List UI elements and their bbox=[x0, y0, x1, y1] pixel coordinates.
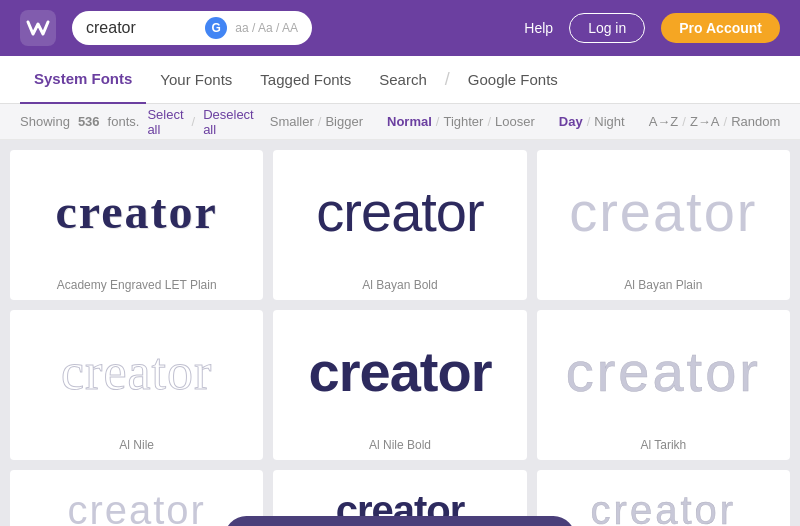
sort-group: A→Z / Z→A / Random bbox=[649, 114, 781, 129]
app-logo bbox=[20, 10, 56, 46]
sort-az[interactable]: A→Z bbox=[649, 114, 679, 129]
login-button[interactable]: Log in bbox=[569, 13, 645, 43]
font-preview-partial-3: creator bbox=[537, 470, 790, 526]
spacing-normal[interactable]: Normal bbox=[387, 114, 432, 129]
font-preview-al-bayan-bold: creator bbox=[273, 150, 526, 272]
mode-night[interactable]: Night bbox=[594, 114, 624, 129]
size-group: Smaller / Bigger bbox=[270, 114, 363, 129]
spacing-looser[interactable]: Looser bbox=[495, 114, 535, 129]
toast-notification: ○ Select the ones you like by clicking t… bbox=[224, 516, 575, 526]
pro-account-button[interactable]: Pro Account bbox=[661, 13, 780, 43]
nav-item-google-fonts[interactable]: Google Fonts bbox=[454, 56, 572, 104]
badge-sizes: aa / Aa / AA bbox=[235, 21, 298, 35]
font-name-al-bayan-bold: Al Bayan Bold bbox=[362, 272, 437, 300]
font-preview-al-bayan-plain: creator bbox=[537, 150, 790, 272]
mode-group: Day / Night bbox=[559, 114, 625, 129]
select-sep: / bbox=[192, 114, 196, 129]
nav-item-your-fonts[interactable]: Your Fonts bbox=[146, 56, 246, 104]
font-preview-al-nile: creator bbox=[10, 310, 263, 432]
main-nav: System Fonts Your Fonts Tagged Fonts Sea… bbox=[0, 56, 800, 104]
nav-item-search[interactable]: Search bbox=[365, 56, 441, 104]
svg-rect-0 bbox=[20, 10, 56, 46]
font-name-academy: Academy Engraved LET Plain bbox=[57, 272, 217, 300]
app-header: G aa / Aa / AA Help Log in Pro Account bbox=[0, 0, 800, 56]
showing-label: Showing bbox=[20, 114, 70, 129]
deselect-all-link[interactable]: Deselect all bbox=[203, 107, 254, 137]
size-smaller[interactable]: Smaller bbox=[270, 114, 314, 129]
font-name-al-nile-bold: Al Nile Bold bbox=[369, 432, 431, 460]
font-preview-al-nile-bold: creator bbox=[273, 310, 526, 432]
font-card-al-tarikh[interactable]: creator Al Tarikh bbox=[537, 310, 790, 460]
font-preview-partial-1: creator bbox=[10, 470, 263, 526]
size-bigger[interactable]: Bigger bbox=[325, 114, 363, 129]
font-card-partial-3[interactable]: creator bbox=[537, 470, 790, 526]
select-all-link[interactable]: Select all bbox=[147, 107, 183, 137]
font-card-al-nile[interactable]: creator Al Nile bbox=[10, 310, 263, 460]
sort-za[interactable]: Z→A bbox=[690, 114, 720, 129]
search-bar[interactable]: G aa / Aa / AA bbox=[72, 11, 312, 45]
font-card-academy[interactable]: creator Academy Engraved LET Plain bbox=[10, 150, 263, 300]
font-name-al-tarikh: Al Tarikh bbox=[640, 432, 686, 460]
font-card-partial-1[interactable]: creator bbox=[10, 470, 263, 526]
google-badge: G bbox=[205, 17, 227, 39]
nav-separator: / bbox=[441, 69, 454, 90]
search-input[interactable] bbox=[86, 19, 197, 37]
font-preview-al-tarikh: creator bbox=[537, 310, 790, 432]
font-count: 536 bbox=[78, 114, 100, 129]
spacing-tighter[interactable]: Tighter bbox=[443, 114, 483, 129]
sort-random[interactable]: Random bbox=[731, 114, 780, 129]
font-name-al-bayan-plain: Al Bayan Plain bbox=[624, 272, 702, 300]
font-card-al-bayan-plain[interactable]: creator Al Bayan Plain bbox=[537, 150, 790, 300]
font-grid: creator Academy Engraved LET Plain creat… bbox=[0, 140, 800, 526]
font-grid-wrapper: creator Academy Engraved LET Plain creat… bbox=[0, 140, 800, 526]
font-name-al-nile: Al Nile bbox=[119, 432, 154, 460]
toolbar: Showing 536 fonts. Select all / Deselect… bbox=[0, 104, 800, 140]
fonts-label: fonts. bbox=[108, 114, 140, 129]
font-card-al-nile-bold[interactable]: creator Al Nile Bold bbox=[273, 310, 526, 460]
help-link[interactable]: Help bbox=[524, 20, 553, 36]
nav-item-system-fonts[interactable]: System Fonts bbox=[20, 56, 146, 104]
font-preview-academy: creator bbox=[10, 150, 263, 272]
mode-day[interactable]: Day bbox=[559, 114, 583, 129]
nav-item-tagged-fonts[interactable]: Tagged Fonts bbox=[246, 56, 365, 104]
spacing-group: Normal / Tighter / Looser bbox=[387, 114, 535, 129]
font-card-al-bayan-bold[interactable]: creator Al Bayan Bold bbox=[273, 150, 526, 300]
